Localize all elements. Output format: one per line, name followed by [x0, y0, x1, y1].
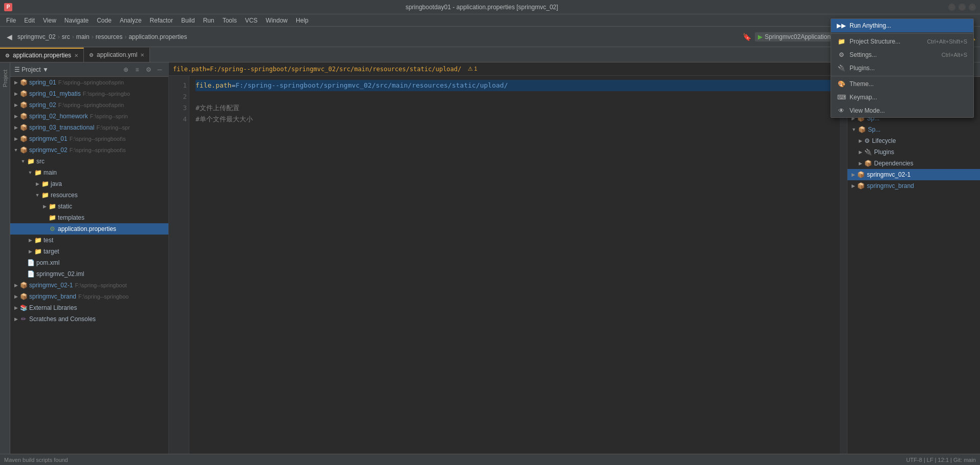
tree-item-java[interactable]: ▶ 📁 java — [10, 178, 168, 189]
maven-panel: Maven ▶ 📦 P... ▶ 📦 Sp... ▶ 📦 Sp... ▶ 📦 — [847, 62, 980, 454]
maximize-button[interactable]: □ — [959, 4, 966, 11]
scratches-icon: ✏ — [19, 315, 28, 323]
keymap-icon: ⌨ — [837, 94, 845, 101]
folder-icon-src: 📁 — [27, 157, 35, 165]
project-panel-header: ☰ Project ▼ ⊕ ≡ ⚙ ─ — [10, 62, 168, 77]
menu-refactor[interactable]: Refactor — [146, 16, 177, 25]
menu-edit[interactable]: Edit — [20, 16, 39, 25]
view-mode-icon: 👁 — [837, 107, 845, 114]
maven-item-lifecycle[interactable]: ▶ ⚙ Lifecycle — [847, 135, 980, 146]
folder-icon-java: 📁 — [41, 180, 49, 188]
tree-item-springmvc021[interactable]: ▶ 📦 springmvc_02-1 F:\spring--springboot — [10, 280, 168, 291]
menu-run[interactable]: Run — [199, 16, 219, 25]
tree-item-iml[interactable]: 📄 springmvc_02.iml — [10, 268, 168, 280]
dropdown-project-structure[interactable]: 📁 Project Structure... Ctrl+Alt+Shift+S — [831, 35, 973, 48]
minimize-button[interactable]: ─ — [948, 4, 955, 11]
maven-item-springmvcbrand[interactable]: ▶ 📦 springmvc_brand — [847, 180, 980, 192]
dropdown-view-mode[interactable]: 👁 View Mode... — [831, 104, 973, 117]
dropdown-separator-1 — [831, 33, 973, 34]
tree-item-external-libs[interactable]: ▶ 📚 External Libraries — [10, 302, 168, 313]
maven-item-plugins[interactable]: ▶ 🔌 Plugins — [847, 146, 980, 158]
dropdown-settings[interactable]: ⚙ Settings... Ctrl+Alt+S — [831, 48, 973, 61]
tab-application-properties[interactable]: ⚙ application.properties ✕ — [0, 48, 84, 62]
tree-item-main[interactable]: ▼ 📁 main — [10, 167, 168, 178]
maven-item-springmvc02[interactable]: ▼ 📦 Sp... — [847, 124, 980, 135]
tree-item-static[interactable]: ▶ 📁 static — [10, 201, 168, 212]
module-icon: 📦 — [19, 112, 28, 120]
menu-help[interactable]: Help — [292, 16, 313, 25]
tab-close-btn-1[interactable]: ✕ — [140, 52, 144, 58]
menu-window[interactable]: Window — [262, 16, 292, 25]
folder-icon-main: 📁 — [34, 168, 42, 177]
panel-settings-button[interactable]: ⚙ — [144, 65, 153, 74]
breadcrumb-file[interactable]: application.properties — [128, 33, 187, 40]
menu-code[interactable]: Code — [93, 16, 116, 25]
menu-view[interactable]: View — [39, 16, 60, 25]
breadcrumb-project[interactable]: springmvc_02 — [17, 33, 56, 40]
tree-item-src[interactable]: ▼ 📁 src — [10, 156, 168, 167]
editor-area: file.path=F:/spring--springboot/springmv… — [169, 62, 847, 454]
tree-item-scratches[interactable]: ▶ ✏ Scratches and Consoles — [10, 313, 168, 325]
tree-item-target[interactable]: ▶ 📁 target — [10, 246, 168, 257]
menu-file[interactable]: File — [2, 16, 20, 25]
back-button[interactable]: ◀ — [3, 31, 15, 43]
tree-item-spring02[interactable]: ▶ 📦 spring_02 F:\spring--springboot\spri… — [10, 99, 168, 111]
tree-item-spring03transactional[interactable]: ▶ 📦 spring_03_transactional F:\spring--s… — [10, 122, 168, 133]
module-icon: 📦 — [19, 281, 28, 289]
sidebar-strip: Project — [0, 62, 10, 454]
module-icon: 📦 — [19, 101, 28, 109]
folder-icon-test: 📁 — [34, 236, 42, 244]
tree-item-spring01mybatis[interactable]: ▶ 📦 spring_01_mybatis F:\spring--springb… — [10, 88, 168, 99]
locate-button[interactable]: ⊕ — [121, 65, 130, 74]
dropdown-theme[interactable]: 🎨 Theme... — [831, 77, 973, 91]
props-file-icon: ⚙ — [5, 53, 10, 58]
tree-item-springmvc02[interactable]: ▼ 📦 springmvc_02 F:\spring--springboot\s — [10, 144, 168, 156]
maven-item-springmvc021[interactable]: ▶ 📦 springmvc_02-1 — [847, 169, 980, 180]
theme-icon: 🎨 — [837, 80, 845, 88]
settings-dropdown: ▶▶ Run Anything... 📁 Project Structure..… — [831, 18, 974, 118]
dropdown-keymap[interactable]: ⌨ Keymap... — [831, 91, 973, 104]
bookmark-button[interactable]: 🔖 — [741, 31, 753, 43]
run-anything-icon: ▶▶ — [837, 22, 845, 29]
tree-item-application-properties[interactable]: ⚙ application.properties — [10, 223, 168, 235]
code-editor[interactable]: file.path=F:/spring--springboot/springmv… — [189, 76, 840, 465]
close-panel-button[interactable]: ─ — [155, 65, 164, 74]
collapse-all-button[interactable]: ≡ — [133, 65, 142, 74]
menu-vcs[interactable]: VCS — [241, 16, 262, 25]
tab-close-btn-0[interactable]: ✕ — [74, 53, 78, 58]
maven-item-dependencies[interactable]: ▶ 📦 Dependencies — [847, 158, 980, 169]
breadcrumb-main[interactable]: main — [76, 33, 90, 40]
project-strip-label[interactable]: Project — [2, 70, 8, 87]
menu-tools[interactable]: Tools — [219, 16, 241, 25]
tree-item-resources[interactable]: ▼ 📁 resources — [10, 189, 168, 201]
breadcrumb: springmvc_02 › src › main › resources › … — [17, 33, 187, 40]
tree-item-templates[interactable]: 📁 templates — [10, 212, 168, 223]
menu-analyze[interactable]: Analyze — [116, 16, 146, 25]
module-icon: 📦 — [19, 90, 28, 98]
code-line-2 — [195, 91, 834, 102]
menu-navigate[interactable]: Navigate — [60, 16, 93, 25]
tree-item-spring02homework[interactable]: ▶ 📦 spring_02_homework F:\spring--sprin — [10, 111, 168, 122]
dropdown-plugins[interactable]: 🔌 Plugins... — [831, 61, 973, 75]
tab-application-yml[interactable]: ⚙ application.yml ✕ — [84, 48, 150, 62]
breadcrumb-resources[interactable]: resources — [96, 33, 123, 40]
status-text: Maven build scripts found — [4, 457, 68, 463]
tree-item-spring01[interactable]: ▶ 📦 spring_01 F:\spring--springboot\spri… — [10, 77, 168, 88]
tree-item-pom[interactable]: 📄 pom.xml — [10, 257, 168, 268]
tree-item-springmvcbrand[interactable]: ▶ 📦 springmvc_brand F:\spring--springboo — [10, 291, 168, 302]
tree-item-test[interactable]: ▶ 📁 test — [10, 235, 168, 246]
dropdown-run-anything[interactable]: ▶▶ Run Anything... — [831, 19, 973, 32]
code-line-4: #单个文件最大大小 — [195, 114, 834, 125]
breadcrumb-src[interactable]: src — [62, 33, 70, 40]
dropdown-menu: ▶▶ Run Anything... 📁 Project Structure..… — [831, 18, 974, 118]
module-icon-spring01: 📦 — [19, 78, 28, 87]
close-button[interactable]: ✕ — [969, 4, 976, 11]
menu-build[interactable]: Build — [177, 16, 199, 25]
title-bar: P springbootday01 - application.properti… — [0, 0, 980, 14]
xml-file-icon: 📄 — [27, 259, 35, 267]
line-numbers: 1 2 3 4 — [169, 76, 189, 465]
tree-item-springmvc01[interactable]: ▶ 📦 springmvc_01 F:\spring--springboot\s — [10, 133, 168, 144]
project-structure-icon: 📁 — [837, 38, 845, 45]
file-path-bar: file.path=F:/spring--springboot/springmv… — [169, 62, 847, 76]
error-stripe — [840, 76, 847, 465]
